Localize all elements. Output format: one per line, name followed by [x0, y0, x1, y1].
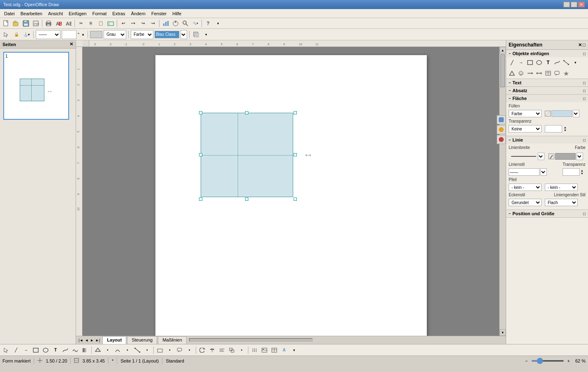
- section-linie-header[interactable]: − Linie □: [506, 136, 588, 144]
- page-thumbnail-item[interactable]: 1 ↔: [3, 52, 69, 120]
- draw-align-btn[interactable]: [218, 346, 227, 355]
- magnify-options-button[interactable]: 🔍▾: [191, 19, 200, 28]
- insert-arrow-btn[interactable]: →: [517, 58, 525, 67]
- navigator-button[interactable]: [171, 19, 180, 28]
- draw-basicshapes-btn[interactable]: [155, 346, 164, 355]
- shape-group[interactable]: ↔: [201, 113, 295, 199]
- menu-bearbeiten[interactable]: Bearbeiten: [18, 9, 45, 18]
- vscroll-up[interactable]: ▲: [500, 47, 506, 53]
- menu-fenster[interactable]: Fenster: [149, 9, 169, 18]
- insert-line-btn[interactable]: ╱: [508, 58, 516, 67]
- eckenstil-select[interactable]: Gerundet: [509, 199, 542, 206]
- menu-extras[interactable]: Extras: [110, 9, 127, 18]
- draw-gradient-btn[interactable]: [81, 346, 90, 355]
- draw-snapgrid-btn[interactable]: [250, 346, 259, 355]
- draw-line-btn[interactable]: ╱: [12, 346, 21, 355]
- draw-grouping-more[interactable]: ▾: [237, 346, 246, 355]
- anchor-button[interactable]: ⚓▾: [22, 30, 31, 39]
- handle-bl[interactable]: [199, 198, 202, 201]
- tab-nav-next[interactable]: ►: [89, 338, 95, 342]
- draw-freehand-btn[interactable]: [71, 346, 80, 355]
- line-width-input[interactable]: 0.00: [62, 30, 76, 39]
- chart-button[interactable]: [161, 19, 170, 28]
- hscroll-track[interactable]: [188, 336, 506, 344]
- zoom-slider[interactable]: [531, 360, 564, 362]
- insert-connector3-btn[interactable]: [535, 69, 543, 77]
- undo-list-button[interactable]: ↩▾: [129, 19, 138, 28]
- draw-curve2-btn[interactable]: [113, 346, 122, 355]
- insert-rect-btn[interactable]: [526, 58, 534, 67]
- handle-bm[interactable]: [245, 198, 248, 201]
- draw-polygon-more[interactable]: ▾: [103, 346, 112, 355]
- save-button[interactable]: [21, 19, 30, 28]
- draw-flip-btn[interactable]: [208, 346, 217, 355]
- zoom-in-button[interactable]: +: [567, 358, 570, 363]
- draw-arrow-btn[interactable]: →: [21, 346, 30, 355]
- section-text-header[interactable]: − Text □: [506, 79, 588, 86]
- linie-width-dropdown[interactable]: ▾: [538, 153, 544, 160]
- insert-more-btn[interactable]: ▾: [571, 58, 579, 67]
- handle-tm[interactable]: [245, 111, 248, 114]
- draw-ellipse-btn[interactable]: [41, 346, 50, 355]
- menu-einfuegen[interactable]: Einfügen: [66, 9, 89, 18]
- draw-image-btn[interactable]: [260, 346, 269, 355]
- draw-polygon-btn[interactable]: [93, 346, 102, 355]
- format-button[interactable]: [106, 19, 115, 28]
- draw-callout-btn[interactable]: [175, 346, 184, 355]
- menu-datei[interactable]: Datei: [2, 9, 17, 18]
- tab-nav-prev[interactable]: ◄: [84, 338, 89, 342]
- draw-rect-btn[interactable]: [31, 346, 40, 355]
- props-detach[interactable]: □: [583, 42, 586, 48]
- insert-shape1-btn[interactable]: [508, 69, 516, 77]
- canvas-scroll[interactable]: ↔: [83, 47, 499, 336]
- section-position-expand[interactable]: □: [583, 212, 586, 216]
- tab-nav-first[interactable]: |◄: [78, 338, 84, 342]
- menu-aendern[interactable]: Ändern: [128, 9, 148, 18]
- insert-ellipse-btn[interactable]: [535, 58, 543, 67]
- select-tool[interactable]: [2, 30, 11, 39]
- draw-rotate-btn[interactable]: [198, 346, 207, 355]
- trans-up[interactable]: ▲: [564, 126, 569, 129]
- section-text-expand[interactable]: □: [583, 81, 586, 85]
- help-button[interactable]: ?: [204, 19, 213, 28]
- fill-color-select[interactable]: Grau: [104, 30, 126, 39]
- handle-tl[interactable]: [199, 111, 202, 114]
- insert-connector-btn[interactable]: [562, 58, 570, 67]
- tab-layout[interactable]: Layout: [102, 336, 126, 344]
- print-button[interactable]: [44, 19, 53, 28]
- pfeil-right-select[interactable]: - kein -: [545, 184, 578, 191]
- transparenz-pct-input[interactable]: 0 %: [545, 125, 562, 133]
- tab-masslinien[interactable]: Maßlinien: [158, 336, 187, 344]
- redo-button[interactable]: ↪: [139, 19, 148, 28]
- handle-ml[interactable]: [199, 153, 202, 156]
- section-flaeche-header[interactable]: − Fläche □: [506, 95, 588, 102]
- section-objekte-header[interactable]: − Objekte einfügen □: [506, 50, 588, 57]
- new-button[interactable]: [2, 19, 11, 28]
- draw-options[interactable]: ▾: [289, 346, 299, 355]
- spellcheck-button[interactable]: AB: [54, 19, 63, 28]
- draw-text-btn[interactable]: T: [51, 346, 60, 355]
- draw-fontwork-btn[interactable]: A: [280, 346, 289, 355]
- handle-tr[interactable]: [294, 111, 297, 114]
- paste-button[interactable]: 📋: [96, 19, 105, 28]
- insert-callout-btn[interactable]: [553, 69, 561, 77]
- section-objekte-expand[interactable]: □: [583, 51, 586, 56]
- vscroll-thumb[interactable]: [500, 54, 505, 87]
- section-linie-expand[interactable]: □: [583, 138, 586, 142]
- line-style-select[interactable]: —— - - - · · ·: [36, 30, 60, 39]
- maximize-button[interactable]: □: [571, 2, 577, 7]
- draw-basicshapes-more[interactable]: ▾: [165, 346, 174, 355]
- section-absatz-expand[interactable]: □: [583, 88, 586, 93]
- linewidth-up[interactable]: ▲: [81, 30, 86, 39]
- redo-list-button[interactable]: ↪▾: [148, 19, 157, 28]
- vscroll-down[interactable]: ▼: [500, 329, 506, 336]
- draw-curve-btn[interactable]: [61, 346, 70, 355]
- linienstil-pct-input[interactable]: 0 %: [563, 168, 580, 176]
- spellcheck2-button[interactable]: AB: [64, 19, 73, 28]
- trans-down[interactable]: ▼: [564, 129, 569, 132]
- menu-ansicht[interactable]: Ansicht: [46, 9, 65, 18]
- close-button[interactable]: ✕: [578, 2, 585, 7]
- draw-curve2-more[interactable]: ▾: [123, 346, 132, 355]
- menu-hilfe[interactable]: Hilfe: [170, 9, 184, 18]
- fill-type-select[interactable]: Farbe: [509, 110, 542, 117]
